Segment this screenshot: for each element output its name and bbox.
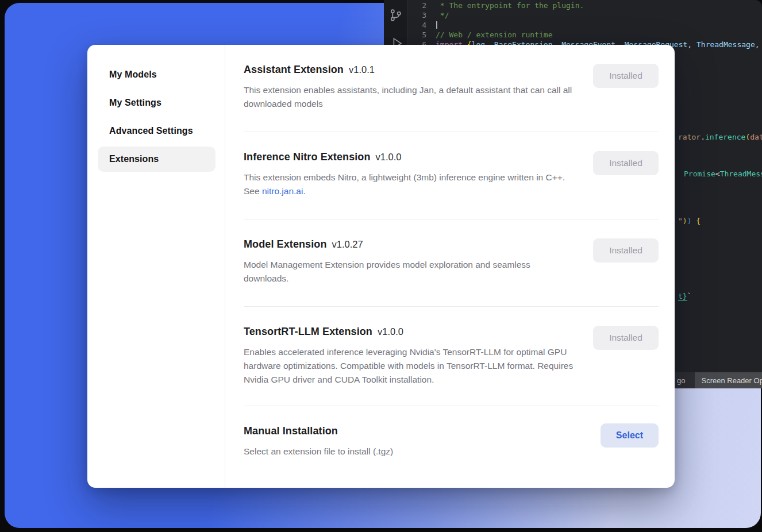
description-text: Select an extension file to install (.tg… xyxy=(244,446,393,456)
code-fragment: Promise<ThreadMessage> xyxy=(684,169,762,178)
extension-description: Enables accelerated inference leveraging… xyxy=(244,345,576,387)
description-text: Model Management Extension provides mode… xyxy=(244,260,530,283)
sidebar-item-my-models[interactable]: My Models xyxy=(98,62,215,87)
screen-reader-status[interactable]: Screen Reader Optimized xyxy=(695,372,762,388)
extension-description: Model Management Extension provides mode… xyxy=(244,258,576,286)
extension-title: Manual Installation xyxy=(244,425,393,437)
extension-name: Assistant Extension xyxy=(244,64,344,75)
code-fragment: rator.inference(data)); xyxy=(678,133,762,141)
code-token: Promise xyxy=(684,169,715,178)
extension-name: Inference Nitro Extension xyxy=(244,151,371,163)
extension-title: TensortRT-LLM Extensionv1.0.0 xyxy=(244,326,576,338)
code-token: , xyxy=(755,40,762,49)
screenshot-canvas: 2 * The entrypoint for the plugin.3 */45… xyxy=(0,0,762,532)
status-left-text: go xyxy=(677,376,685,385)
line-number: 2 xyxy=(407,1,426,10)
extension-version: v1.0.1 xyxy=(349,64,375,75)
extension-row-assistant-extension: Assistant Extensionv1.0.1This extension … xyxy=(244,45,659,132)
code-token: " xyxy=(678,217,683,225)
line-number: 4 xyxy=(407,21,426,29)
text-cursor xyxy=(436,21,437,29)
description-text: Enables accelerated inference leveraging… xyxy=(244,347,573,384)
line-number: 3 xyxy=(407,11,426,20)
extension-description: This extension embeds Nitro, a lightweig… xyxy=(244,171,576,198)
extension-description: Select an extension file to install (.tg… xyxy=(244,445,393,458)
extension-version: v1.0.0 xyxy=(376,152,402,162)
code-fragment: t}` xyxy=(678,292,691,300)
code-token: data xyxy=(750,133,762,141)
settings-sidebar: My ModelsMy SettingsAdvanced SettingsExt… xyxy=(87,45,225,488)
description-text: This extension enables assistants, inclu… xyxy=(244,85,572,109)
code-token: , xyxy=(687,40,696,49)
code-line-5: 5// Web / extension runtime xyxy=(407,30,762,40)
select-button[interactable]: Select xyxy=(601,423,659,448)
installed-button[interactable]: Installed xyxy=(593,238,659,263)
extension-title: Assistant Extensionv1.0.1 xyxy=(244,64,576,76)
source-control-icon[interactable] xyxy=(388,8,403,25)
sidebar-item-my-settings[interactable]: My Settings xyxy=(98,90,215,115)
extension-title: Model Extensionv1.0.27 xyxy=(244,238,576,250)
code-token: rator xyxy=(678,133,701,141)
extension-version: v1.0.27 xyxy=(332,239,363,249)
extensions-list: Assistant Extensionv1.0.1This extension … xyxy=(225,45,675,488)
code-token: */ xyxy=(436,11,449,20)
code-token: inference xyxy=(705,133,745,141)
code-token: ) xyxy=(683,217,687,225)
code-fragment: ")) { xyxy=(678,217,701,225)
sidebar-item-extensions[interactable]: Extensions xyxy=(98,147,215,172)
nitro-jan-ai-link[interactable]: nitro.jan.ai. xyxy=(262,186,306,196)
sidebar-item-advanced-settings[interactable]: Advanced Settings xyxy=(98,118,215,144)
code-token: // Web / extension runtime xyxy=(436,30,553,39)
code-token: . xyxy=(701,133,705,141)
code-token: t} xyxy=(678,292,687,301)
extension-row-manual-installation: Manual InstallationSelect an extension f… xyxy=(244,406,659,477)
code-token: < xyxy=(715,169,720,178)
extension-row-tensortrt-llm-extension: TensortRT-LLM Extensionv1.0.0Enables acc… xyxy=(244,306,659,406)
installed-button[interactable]: Installed xyxy=(593,326,659,350)
code-token: ThreadMessage xyxy=(720,169,762,178)
installed-button[interactable]: Installed xyxy=(593,64,659,88)
code-line-2: 2 * The entrypoint for the plugin. xyxy=(407,1,762,10)
extension-name: Model Extension xyxy=(244,238,327,250)
extension-row-model-extension: Model Extensionv1.0.27Model Management E… xyxy=(244,219,659,306)
code-line-4: 4 xyxy=(407,20,762,30)
code-token: { xyxy=(691,217,701,225)
line-number: 5 xyxy=(407,30,426,39)
code-token: ` xyxy=(687,292,692,300)
extension-title: Inference Nitro Extensionv1.0.0 xyxy=(244,151,576,163)
code-token: * The entrypoint for the plugin. xyxy=(436,1,584,10)
code-token: ThreadMessage xyxy=(696,40,755,49)
extension-version: v1.0.0 xyxy=(378,326,403,337)
settings-card: My ModelsMy SettingsAdvanced SettingsExt… xyxy=(87,45,675,488)
extension-name: Manual Installation xyxy=(244,425,338,437)
extension-name: TensortRT-LLM Extension xyxy=(244,326,372,337)
extension-description: This extension enables assistants, inclu… xyxy=(244,83,576,111)
extension-row-inference-nitro-extension: Inference Nitro Extensionv1.0.0This exte… xyxy=(244,132,659,219)
code-line-3: 3 */ xyxy=(407,10,762,20)
installed-button[interactable]: Installed xyxy=(593,151,659,175)
